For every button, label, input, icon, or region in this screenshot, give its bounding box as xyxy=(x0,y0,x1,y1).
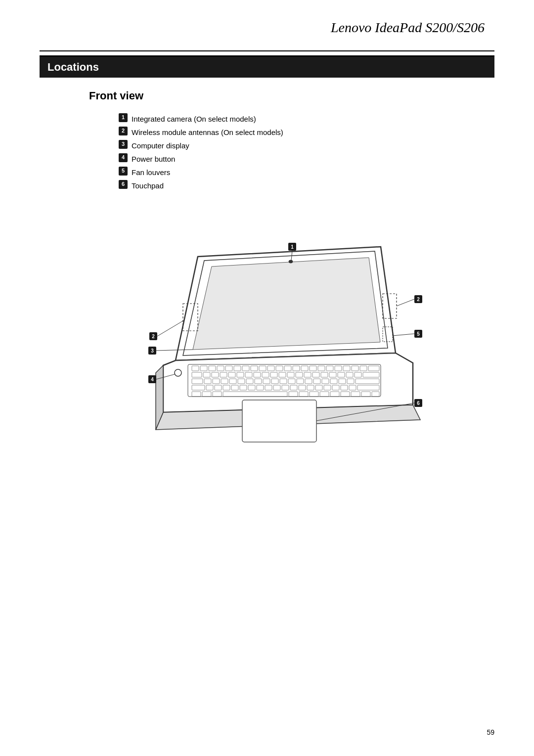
list-item: 3 Computer display xyxy=(119,139,494,152)
badge-1: 1 xyxy=(119,113,128,122)
laptop-illustration: lenovo xyxy=(99,207,435,464)
svg-point-0 xyxy=(289,260,293,263)
laptop-base xyxy=(156,353,420,442)
laptop-diagram: lenovo xyxy=(99,207,435,464)
svg-point-103 xyxy=(175,369,181,376)
badge-2: 2 xyxy=(119,127,128,135)
svg-rect-102 xyxy=(242,400,316,442)
svg-text:2: 2 xyxy=(152,334,155,339)
top-divider xyxy=(40,50,494,51)
list-item: 6 Touchpad xyxy=(119,179,494,192)
list-item: 1 Integrated camera (On select models) xyxy=(119,112,494,126)
badge-4: 4 xyxy=(119,153,128,162)
part-label-2: Wireless module antennas (On select mode… xyxy=(132,126,283,139)
svg-text:4: 4 xyxy=(151,377,154,382)
list-item: 5 Fan louvers xyxy=(119,166,494,179)
svg-text:5: 5 xyxy=(417,331,420,337)
svg-text:1: 1 xyxy=(291,244,294,250)
badge-6: 6 xyxy=(119,180,128,189)
page-container: Lenovo IdeaPad S200/S206 Locations Front… xyxy=(0,0,534,756)
laptop-lid: lenovo xyxy=(176,247,397,361)
part-label-3: Computer display xyxy=(132,139,189,152)
svg-text:2: 2 xyxy=(417,297,420,302)
parts-list: 1 Integrated camera (On select models) 2… xyxy=(119,112,494,192)
svg-line-110 xyxy=(397,299,414,306)
part-label-1: Integrated camera (On select models) xyxy=(132,112,256,126)
part-label-6: Touchpad xyxy=(132,179,164,192)
badge-5: 5 xyxy=(119,167,128,176)
list-item: 2 Wireless module antennas (On select mo… xyxy=(119,126,494,139)
section-title: Locations xyxy=(40,55,494,78)
list-item: 4 Power button xyxy=(119,152,494,166)
part-label-4: Power button xyxy=(132,152,175,166)
page-title: Lenovo IdeaPad S200/S206 xyxy=(40,20,494,36)
page-number: 59 xyxy=(487,728,494,736)
part-label-5: Fan louvers xyxy=(132,166,170,179)
svg-text:3: 3 xyxy=(151,348,154,354)
badge-3: 3 xyxy=(119,140,128,149)
svg-line-122 xyxy=(393,334,414,336)
svg-text:6: 6 xyxy=(417,400,420,406)
subsection-title: Front view xyxy=(89,89,494,102)
svg-line-113 xyxy=(157,321,183,336)
